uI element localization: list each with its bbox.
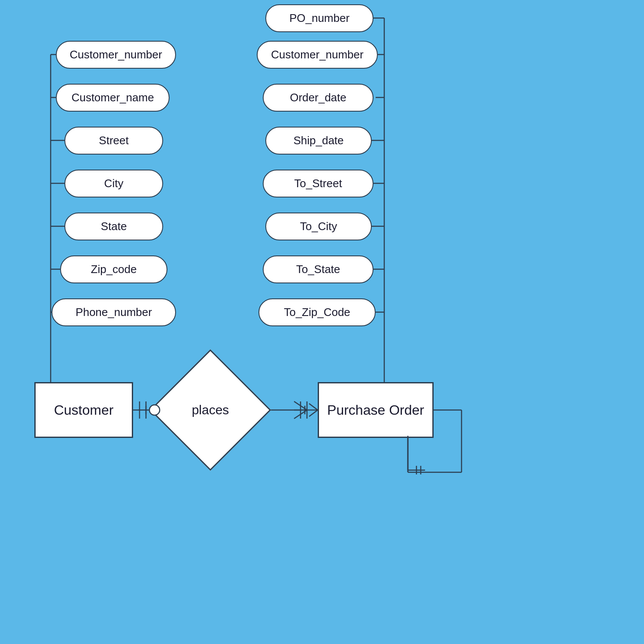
attr-to-state: To_State [263,255,374,283]
attr-to-zip-code: To_Zip_Code [258,298,376,326]
cardinality-one-notation [133,399,172,421]
attr-phone-number: Phone_number [52,298,176,326]
attr-zip-code: Zip_code [60,255,167,283]
attr-state: State [64,213,163,240]
attr-to-street: To_Street [263,170,374,197]
attr-ship-date: Ship_date [265,127,372,155]
customer-entity: Customer [34,382,133,438]
places-relationship: places [167,367,253,453]
attr-street: Street [64,127,163,155]
bottom-connection [404,436,468,487]
attr-customer-number-right: Customer_number [257,41,378,69]
svg-point-33 [149,405,160,415]
attr-customer-number-left: Customer_number [56,41,176,69]
attr-order-date: Order_date [263,84,374,112]
cardinality-many-notation [268,399,320,421]
attr-po-number: PO_number [265,4,374,32]
attr-city: City [64,170,163,197]
purchase-order-entity: Purchase Order [318,382,434,438]
attr-customer-name: Customer_name [56,84,170,112]
er-diagram: Customer_number Customer_name Street Cit… [0,0,644,644]
attr-to-city: To_City [265,213,372,240]
